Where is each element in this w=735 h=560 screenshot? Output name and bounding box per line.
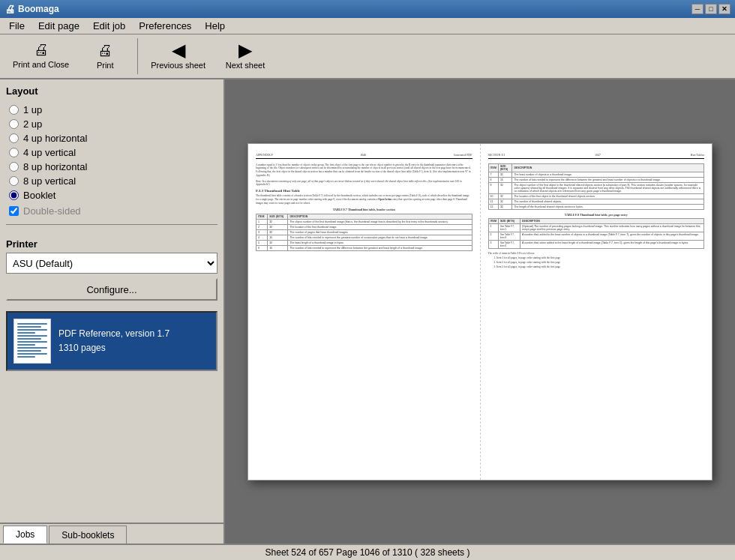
prev-sheet-icon: ◀: [172, 41, 185, 59]
layout-4up-v-label: 4 up vertical: [23, 147, 76, 158]
right-table-title: TABLE F.8 Thumbnail hint table, per-page…: [488, 213, 705, 217]
minimize-button[interactable]: ─: [692, 4, 704, 14]
layout-4up-vertical[interactable]: 4 up vertical: [9, 147, 218, 158]
left-body-thumb-desc: The thumbnail hint table consists of a h…: [256, 194, 472, 205]
layout-booklet-label: Booklet: [23, 190, 56, 201]
right-table-bottom: ITEM SIZE (BITS) DESCRIPTION 1 See Table…: [488, 218, 705, 249]
tab-sub-booklets[interactable]: Sub-booklets: [49, 526, 127, 544]
left-header-left: APPENDIX F: [256, 153, 273, 157]
menu-bar: File Edit page Edit job Preferences Help: [0, 18, 735, 34]
layout-2up[interactable]: 2 up: [9, 118, 218, 130]
layout-8up-h-radio[interactable]: [9, 162, 19, 172]
document-preview[interactable]: PDF Reference, version 1.7 1310 pages: [6, 311, 218, 371]
printer-label: Printer: [6, 238, 218, 250]
print-icon: 🖨: [98, 43, 112, 58]
print-close-icon: 🖨: [34, 42, 49, 57]
document-title: PDF Reference, version 1.7: [58, 327, 170, 341]
printer-select[interactable]: ASU (Default) PDF Microsoft Print to PDF: [6, 253, 218, 274]
layout-4up-h-label: 4 up horizontal: [23, 133, 87, 144]
layout-booklet[interactable]: Booklet: [9, 190, 218, 201]
double-sided-label: Double-sided: [23, 205, 81, 217]
print-button[interactable]: 🖨 Print: [79, 37, 131, 76]
left-table-title: TABLE F.7 Thumbnail hint table, header s…: [256, 208, 472, 211]
right-header-left: SECTION F.3: [488, 153, 506, 157]
menu-edit-job[interactable]: Edit job: [87, 19, 131, 33]
layout-8up-h-label: 8 up horizontal: [23, 161, 87, 172]
layout-label: Layout: [6, 85, 218, 97]
menu-edit-page[interactable]: Edit page: [32, 19, 86, 33]
layout-2up-radio[interactable]: [9, 119, 19, 129]
layout-1up-label: 1 up: [23, 104, 42, 115]
preview-right-page: SECTION F.3 1047 Hint Tables ITEM SIZE (…: [481, 144, 712, 480]
tab-jobs[interactable]: Jobs: [3, 526, 47, 544]
left-body-intro: A number equal to 1 less than the number…: [256, 163, 472, 178]
layout-8up-v-label: 8 up vertical: [23, 175, 76, 187]
configure-button[interactable]: Configure...: [6, 278, 218, 301]
app-title: Boomaga: [18, 4, 59, 14]
right-header-right: Hint Tables: [691, 153, 704, 157]
left-header-center: 1046: [360, 153, 366, 157]
layout-8up-vertical[interactable]: 8 up vertical: [9, 175, 218, 187]
print-preview: APPENDIX F 1046 Generated PDF A number e…: [248, 143, 712, 481]
bottom-tabs: Jobs Sub-booklets: [0, 523, 224, 544]
layout-options: 1 up 2 up 4 up horizontal 4 up vertical …: [6, 104, 218, 201]
menu-file[interactable]: File: [3, 19, 31, 33]
menu-help[interactable]: Help: [199, 19, 231, 33]
document-pages: 1310 pages: [58, 341, 170, 355]
left-page-note: Note: In a document consisting of only o…: [256, 180, 472, 186]
left-table: ITEM SIZE (BITS) DESCRIPTION 1 32 The ob…: [256, 214, 472, 251]
right-table-top: ITEM SIZE (BITS) DESCRIPTION 7 32 The le…: [488, 163, 705, 210]
status-bar: Sheet 524 of 657 Page 1046 of 1310 ( 328…: [0, 544, 735, 560]
app-icon: 🖨 Boomaga: [4, 3, 59, 15]
toolbar-separator: [137, 38, 138, 74]
title-bar: 🖨 Boomaga ─ □ ✕: [0, 0, 735, 18]
title-bar-controls: ─ □ ✕: [692, 4, 730, 14]
layout-booklet-radio[interactable]: [9, 190, 19, 200]
right-list: 1. Item 1 for all pages, in page order s…: [494, 256, 705, 269]
layout-4up-horizontal[interactable]: 4 up horizontal: [9, 133, 218, 144]
preview-area: APPENDIX F 1046 Generated PDF A number e…: [225, 79, 735, 544]
document-info: PDF Reference, version 1.7 1310 pages: [58, 327, 170, 355]
layout-1up[interactable]: 1 up: [9, 104, 218, 115]
next-sheet-button[interactable]: ▶ Next sheet: [215, 37, 275, 76]
print-label: Print: [97, 61, 114, 70]
close-button[interactable]: ✕: [718, 4, 730, 14]
previous-sheet-button[interactable]: ◀ Previous sheet: [144, 37, 212, 76]
left-panel: Layout 1 up 2 up 4 up horizontal 4 up ve…: [0, 79, 225, 544]
layout-8up-horizontal[interactable]: 8 up horizontal: [9, 161, 218, 172]
restore-button[interactable]: □: [705, 4, 717, 14]
next-sheet-icon: ▶: [238, 41, 252, 59]
layout-2up-label: 2 up: [23, 118, 42, 130]
toolbar: 🖨 Print and Close 🖨 Print ◀ Previous she…: [0, 34, 735, 79]
left-page-header: APPENDIX F 1046 Generated PDF: [256, 153, 472, 159]
double-sided-checkbox[interactable]: [9, 206, 19, 216]
print-close-button[interactable]: 🖨 Print and Close: [6, 37, 76, 76]
left-section-title: F.3.3 Thumbnail Hint Table: [256, 189, 472, 193]
left-header-right: Generated PDF: [454, 153, 472, 157]
layout-1up-radio[interactable]: [9, 105, 19, 115]
main-content: Layout 1 up 2 up 4 up horizontal 4 up ve…: [0, 79, 735, 544]
right-order-text: The order of items in Table F.8 is as fo…: [488, 252, 705, 256]
menu-preferences[interactable]: Preferences: [133, 19, 197, 33]
printer-section: Printer ASU (Default) PDF Microsoft Prin…: [6, 238, 218, 301]
previous-sheet-label: Previous sheet: [151, 61, 206, 70]
next-sheet-label: Next sheet: [226, 61, 266, 70]
print-close-label: Print and Close: [13, 60, 69, 70]
layout-4up-v-radio[interactable]: [9, 148, 19, 157]
layout-8up-v-radio[interactable]: [9, 176, 19, 186]
right-header-center: 1047: [595, 153, 601, 157]
double-sided-checkbox-label[interactable]: Double-sided: [6, 205, 218, 217]
status-text: Sheet 524 of 657 Page 1046 of 1310 ( 328…: [266, 547, 470, 558]
right-page-header: SECTION F.3 1047 Hint Tables: [488, 153, 705, 159]
document-thumbnail: [14, 319, 51, 364]
preview-left-page: APPENDIX F 1046 Generated PDF A number e…: [248, 144, 481, 480]
layout-4up-h-radio[interactable]: [9, 133, 19, 143]
divider: [6, 224, 218, 225]
